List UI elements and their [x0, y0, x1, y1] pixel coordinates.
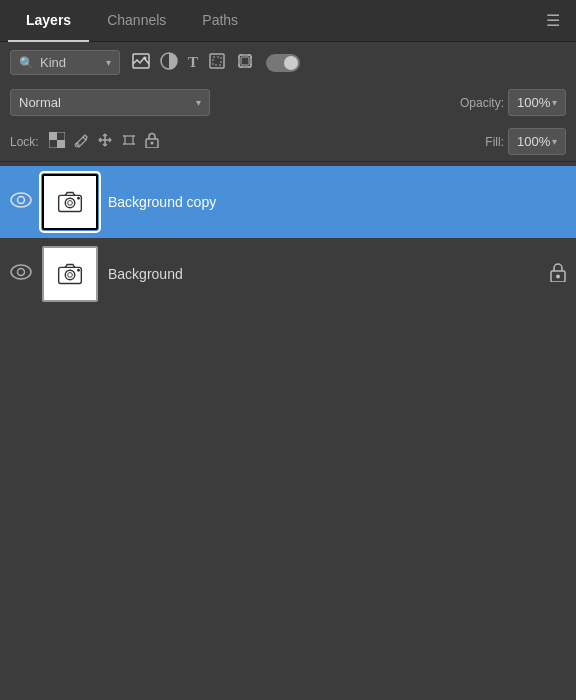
layer-item[interactable]: Background: [0, 238, 576, 310]
layer-item[interactable]: Background copy: [0, 166, 576, 238]
svg-point-40: [77, 269, 80, 272]
lock-artboard-icon[interactable]: [121, 132, 137, 151]
svg-point-34: [11, 265, 31, 279]
filter-image-icon[interactable]: [132, 53, 150, 73]
layer-name: Background: [108, 266, 540, 282]
blend-row: Normal ▾ Opacity: 100% ▾: [0, 83, 576, 122]
layer-lock-icon: [550, 262, 566, 287]
svg-point-28: [18, 196, 25, 203]
opacity-group: Opacity: 100% ▾: [460, 89, 566, 116]
layer-thumbnail: [42, 174, 98, 230]
search-icon: 🔍: [19, 56, 34, 70]
kind-chevron-icon: ▾: [106, 57, 111, 68]
fill-value: 100%: [517, 134, 550, 149]
opacity-chevron-icon: ▾: [552, 97, 557, 108]
filter-smart-icon[interactable]: [236, 52, 254, 74]
lock-move-icon[interactable]: [97, 132, 113, 151]
svg-point-35: [18, 268, 25, 275]
layer-name: Background copy: [108, 194, 566, 210]
blend-mode-value: Normal: [19, 95, 61, 110]
svg-point-26: [150, 142, 153, 145]
tab-channels[interactable]: Channels: [89, 0, 184, 42]
svg-rect-15: [57, 140, 65, 148]
blend-mode-select[interactable]: Normal ▾: [10, 89, 210, 116]
layers-list: Background copy: [0, 162, 576, 700]
svg-point-1: [144, 56, 147, 59]
panel-menu-icon[interactable]: ☰: [538, 7, 568, 34]
svg-rect-14: [49, 132, 57, 140]
svg-point-42: [556, 274, 560, 278]
svg-point-33: [77, 197, 80, 200]
filter-shape-icon[interactable]: [208, 52, 226, 74]
tab-layers[interactable]: Layers: [8, 0, 89, 42]
lock-transparent-icon[interactable]: [49, 132, 65, 151]
filter-adjustment-icon[interactable]: [160, 52, 178, 74]
svg-rect-3: [210, 54, 224, 68]
lock-paint-icon[interactable]: [73, 132, 89, 151]
fill-group: Fill: 100% ▾: [485, 128, 566, 155]
filter-icons: T: [132, 52, 254, 74]
lock-row: Lock:: [0, 122, 576, 162]
svg-rect-5: [241, 57, 249, 65]
tab-bar: Layers Channels Paths ☰: [0, 0, 576, 42]
filter-row: 🔍 Kind ▾ T: [0, 42, 576, 83]
filter-toggle[interactable]: [266, 54, 300, 72]
opacity-label: Opacity:: [460, 96, 504, 110]
svg-rect-20: [125, 136, 133, 144]
visibility-icon[interactable]: [10, 264, 32, 285]
opacity-value: 100%: [517, 95, 550, 110]
visibility-icon[interactable]: [10, 192, 32, 213]
fill-chevron-icon: ▾: [552, 136, 557, 147]
opacity-input[interactable]: 100% ▾: [508, 89, 566, 116]
svg-point-27: [11, 193, 31, 207]
kind-label: Kind: [40, 55, 66, 70]
lock-all-icon[interactable]: [145, 132, 159, 151]
fill-input[interactable]: 100% ▾: [508, 128, 566, 155]
layers-panel: Layers Channels Paths ☰ 🔍 Kind ▾: [0, 0, 576, 700]
tab-paths[interactable]: Paths: [184, 0, 256, 42]
kind-select[interactable]: 🔍 Kind ▾: [10, 50, 120, 75]
lock-label: Lock:: [10, 135, 39, 149]
fill-label: Fill:: [485, 135, 504, 149]
blend-chevron-icon: ▾: [196, 97, 201, 108]
filter-type-icon[interactable]: T: [188, 54, 198, 71]
lock-icons: [49, 132, 159, 151]
layer-thumbnail: [42, 246, 98, 302]
